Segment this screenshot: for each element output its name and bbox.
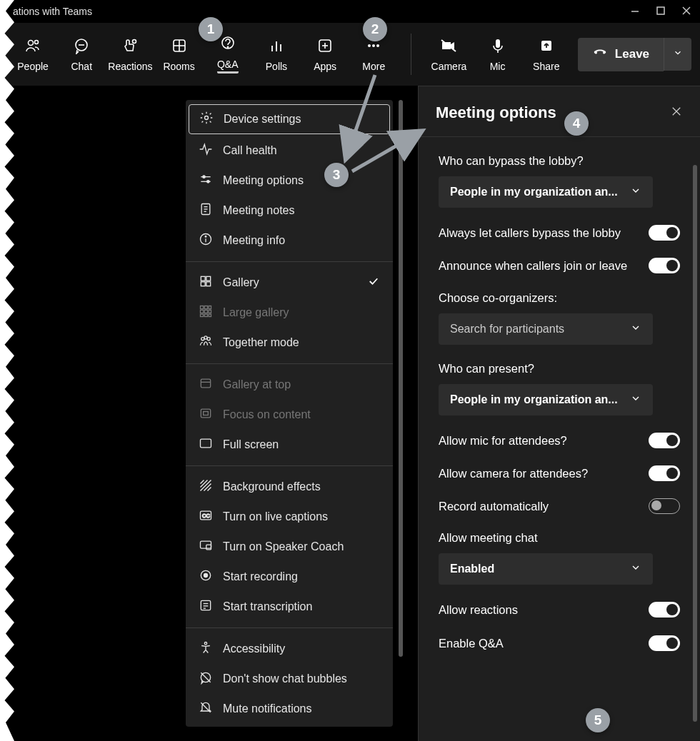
svg-point-27 <box>205 116 209 120</box>
callout-4: 4 <box>564 111 589 136</box>
svg-rect-48 <box>209 310 211 313</box>
menu-item-gallery[interactable]: Gallery <box>186 268 393 298</box>
info-icon <box>199 232 213 249</box>
toolbar-camera[interactable]: Camera <box>424 31 473 78</box>
svg-rect-45 <box>209 306 211 309</box>
no-bubble-icon <box>199 670 213 687</box>
menu-item-no-chat-bubbles[interactable]: Don't show chat bubbles <box>186 664 393 694</box>
toolbar-people[interactable]: People <box>9 31 57 78</box>
svg-rect-44 <box>204 306 207 309</box>
menu-item-label: Large gallery <box>223 306 289 319</box>
announce-toggle[interactable] <box>649 258 680 273</box>
menu-item-label: Together mode <box>223 336 299 349</box>
svg-point-13 <box>227 46 228 47</box>
svg-rect-42 <box>206 282 211 286</box>
reactions-toggle[interactable] <box>649 602 680 618</box>
chat-label: Allow meeting chat <box>439 531 680 545</box>
svg-point-21 <box>372 44 375 47</box>
menu-item-label: Turn on Speaker Coach <box>223 540 344 553</box>
check-icon <box>367 275 380 291</box>
menu-item-accessibility[interactable]: Accessibility <box>186 634 393 664</box>
lobby-dropdown[interactable]: People in my organization an... <box>439 176 653 208</box>
menu-item-label: Meeting options <box>223 174 304 187</box>
enable-qa-toggle[interactable] <box>649 635 680 651</box>
panel-scrollbar[interactable] <box>693 165 697 722</box>
toolbar-share-label: Share <box>533 61 559 72</box>
allow-cam-toggle[interactable] <box>649 465 680 481</box>
menu-item-background-effects[interactable]: Background effects <box>186 472 393 502</box>
toolbar-chat[interactable]: Chat <box>57 31 106 78</box>
reactions-icon <box>121 37 139 56</box>
toolbar-share[interactable]: Share <box>522 31 571 78</box>
svg-point-75 <box>204 642 206 645</box>
menu-item-focus-content[interactable]: Focus on content <box>186 400 393 430</box>
toolbar-camera-label: Camera <box>431 61 467 72</box>
menu-item-full-screen[interactable]: Full screen <box>186 430 393 460</box>
menu-item-meeting-notes[interactable]: Meeting notes <box>186 196 393 226</box>
menu-item-label: Device settings <box>224 113 301 126</box>
svg-point-31 <box>207 181 209 183</box>
svg-line-64 <box>208 488 211 491</box>
present-label: Who can present? <box>439 362 680 375</box>
close-button[interactable] <box>681 6 691 18</box>
minimize-button[interactable] <box>630 6 640 18</box>
grid3-icon <box>199 304 213 321</box>
menu-separator <box>186 261 393 262</box>
coorg-search[interactable]: Search for participants <box>439 313 653 345</box>
svg-point-4 <box>29 40 34 45</box>
toolbar-polls-label: Polls <box>266 61 287 72</box>
toolbar-separator <box>411 34 411 75</box>
menu-item-start-recording[interactable]: Start recording <box>186 562 393 592</box>
always-bypass-label: Always let callers bypass the lobby <box>439 225 649 241</box>
menu-item-speaker-coach[interactable]: Turn on Speaker Coach <box>186 532 393 562</box>
menu-item-together-mode[interactable]: Together mode <box>186 328 393 358</box>
grid-icon <box>199 274 213 291</box>
svg-line-83 <box>352 132 420 171</box>
window-title: ations with Teams <box>13 6 92 17</box>
always-bypass-toggle[interactable] <box>649 225 680 241</box>
transcript-icon <box>199 598 213 615</box>
toolbar-mic[interactable]: Mic <box>474 31 522 78</box>
toolbar-chat-label: Chat <box>71 61 92 72</box>
svg-rect-41 <box>201 282 205 286</box>
toolbar-reactions[interactable]: Reactions <box>106 31 154 78</box>
leave-dropdown[interactable] <box>664 38 691 71</box>
cc-icon: CC <box>199 508 213 525</box>
camera-off-icon <box>440 37 457 56</box>
toolbar-apps-label: Apps <box>314 61 336 72</box>
menu-item-mute-notifications[interactable]: Mute notifications <box>186 694 393 724</box>
record-auto-toggle[interactable] <box>649 498 680 514</box>
menu-item-label: Mute notifications <box>223 702 312 715</box>
panel-title: Meeting options <box>436 104 556 122</box>
accessibility-icon <box>199 640 213 657</box>
people-group-icon <box>199 334 213 351</box>
toolbar-rooms[interactable]: Rooms <box>155 31 204 78</box>
svg-rect-1 <box>657 7 664 14</box>
record-auto-label: Record automatically <box>439 498 649 514</box>
toolbar-apps[interactable]: Apps <box>301 31 349 78</box>
maximize-button[interactable] <box>656 6 666 18</box>
menu-scrollbar[interactable] <box>399 100 403 657</box>
present-value: People in my organization an... <box>450 393 618 406</box>
present-dropdown[interactable]: People in my organization an... <box>439 384 653 415</box>
svg-rect-46 <box>201 310 204 313</box>
focus-icon <box>199 406 213 423</box>
more-menu: Device settingsCall healthMeeting option… <box>186 100 393 727</box>
menu-item-label: Meeting info <box>223 234 285 247</box>
panel-close-button[interactable] <box>670 105 683 121</box>
sliders-icon <box>199 172 213 189</box>
pulse-icon <box>199 142 213 159</box>
leave-button[interactable]: Leave <box>578 38 664 71</box>
menu-item-start-transcription[interactable]: Start transcription <box>186 592 393 622</box>
svg-rect-49 <box>201 314 204 316</box>
allow-mic-toggle[interactable] <box>649 433 680 448</box>
svg-line-63 <box>204 484 211 491</box>
menu-item-live-captions[interactable]: CCTurn on live captions <box>186 502 393 532</box>
chat-dropdown[interactable]: Enabled <box>439 553 653 585</box>
menu-item-gallery-top[interactable]: Gallery at top <box>186 370 393 400</box>
toolbar-polls[interactable]: Polls <box>252 31 301 78</box>
menu-item-meeting-info[interactable]: Meeting info <box>186 226 393 256</box>
menu-item-label: Start transcription <box>223 600 312 613</box>
top-panel-icon <box>199 376 213 393</box>
menu-item-large-gallery[interactable]: Large gallery <box>186 298 393 328</box>
